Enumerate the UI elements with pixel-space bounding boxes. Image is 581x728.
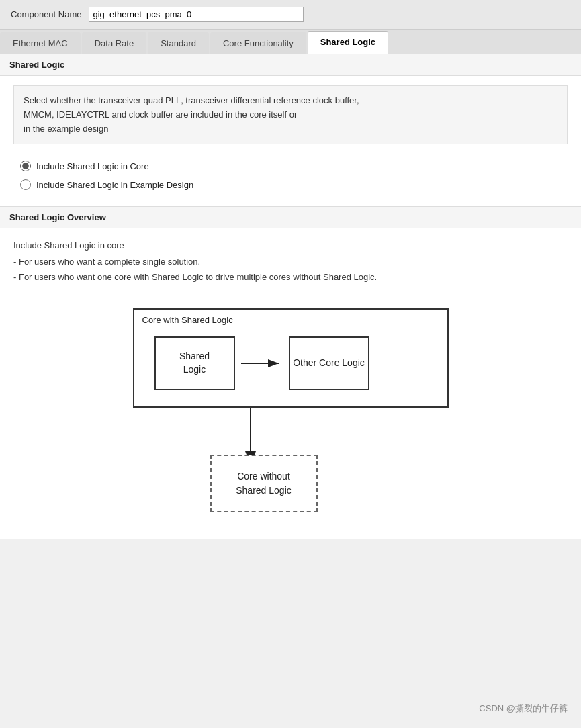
tab-shared-logic[interactable]: Shared Logic xyxy=(308,31,388,54)
tab-standard[interactable]: Standard xyxy=(148,32,209,54)
core-without-shared-box: Core withoutShared Logic xyxy=(210,455,318,512)
core-with-shared-label: Core with Shared Logic xyxy=(142,315,233,325)
description-line3: in the example design xyxy=(24,124,108,134)
shared-logic-header: Shared Logic xyxy=(0,54,581,76)
top-bar: Component Name xyxy=(0,0,581,30)
description-line1: Select whether the transceiver quad PLL,… xyxy=(24,95,359,105)
tab-core-functionality[interactable]: Core Functionality xyxy=(210,32,306,54)
content-area: Shared Logic Select whether the transcei… xyxy=(0,54,581,539)
radio-group: Include Shared Logic in Core Include Sha… xyxy=(0,154,581,197)
radio-include-in-example-label: Include Shared Logic in Example Design xyxy=(36,180,193,190)
core-with-shared-box: Core with Shared Logic SharedLogic Other… xyxy=(133,308,449,408)
tab-ethernet-mac[interactable]: Ethernet MAC xyxy=(0,32,81,54)
diagram-area: Core with Shared Logic SharedLogic Other… xyxy=(0,295,581,539)
component-name-input[interactable] xyxy=(89,7,304,22)
description-line2: MMCM, IDELAYCTRL and clock buffer are in… xyxy=(24,109,297,120)
component-name-label: Component Name xyxy=(11,9,82,19)
radio-include-in-example-input[interactable] xyxy=(20,179,31,190)
overview-header: Shared Logic Overview xyxy=(0,206,581,228)
overview-text: Include Shared Logic in core - For users… xyxy=(0,228,581,294)
radio-include-in-core[interactable]: Include Shared Logic in Core xyxy=(20,161,561,171)
radio-include-in-core-label: Include Shared Logic in Core xyxy=(36,161,149,171)
inner-boxes: SharedLogic Other Core Logic xyxy=(154,336,427,390)
overview-line2: - For users who want a complete single s… xyxy=(13,254,568,269)
other-core-logic-box: Other Core Logic xyxy=(289,336,369,390)
arrow-right xyxy=(235,357,289,370)
shared-logic-box: SharedLogic xyxy=(154,336,235,390)
overview-line3: - For users who want one core with Share… xyxy=(13,269,568,285)
overview-line1: Include Shared Logic in core xyxy=(13,238,568,253)
description-box: Select whether the transceiver quad PLL,… xyxy=(13,85,568,144)
arrow-right-svg xyxy=(238,357,285,370)
radio-include-in-core-input[interactable] xyxy=(20,161,31,171)
tab-data-rate[interactable]: Data Rate xyxy=(82,32,147,54)
radio-include-in-example[interactable]: Include Shared Logic in Example Design xyxy=(20,179,561,190)
tabs-row: Ethernet MAC Data Rate Standard Core Fun… xyxy=(0,30,581,54)
watermark: CSDN @撕裂的牛仔裤 xyxy=(479,702,568,715)
